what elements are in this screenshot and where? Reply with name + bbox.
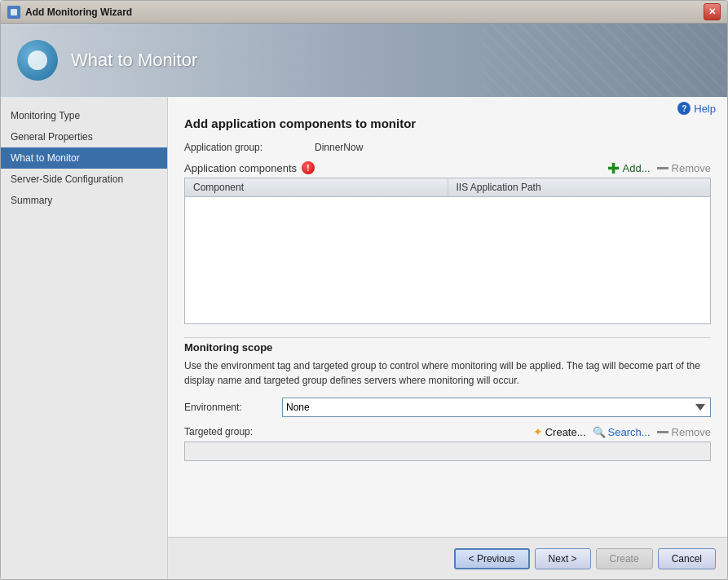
create-label: Create... [545, 426, 586, 438]
sidebar: Monitoring Type General Properties What … [1, 97, 168, 579]
help-icon: ? [677, 102, 690, 115]
header-title: What to Monitor [71, 50, 197, 71]
remove-label: Remove [672, 162, 711, 174]
svg-rect-0 [11, 9, 17, 15]
window-icon [7, 6, 20, 19]
add-label: Add... [623, 162, 651, 174]
sidebar-item-general-properties[interactable]: General Properties [1, 126, 167, 147]
content-body: Add application components to monitor Ap… [168, 116, 727, 537]
environment-label: Environment: [184, 402, 282, 413]
previous-button[interactable]: < Previous [454, 548, 530, 569]
col-component: Component [185, 178, 448, 196]
create-button[interactable]: ✦ Create... [533, 425, 586, 438]
monitoring-scope-section: Monitoring scope Use the environment tag… [184, 337, 711, 461]
main-window: Add Monitoring Wizard ✕ What to Monitor … [0, 0, 728, 580]
targeted-actions: ✦ Create... 🔍 Search... Remove [533, 425, 711, 438]
app-group-row: Application group: DinnerNow [184, 142, 711, 153]
remove-targeted-icon [657, 431, 668, 433]
components-header: Application components ! ✚ Add... Remove [184, 161, 711, 174]
error-icon: ! [302, 161, 315, 174]
components-label: Application components ! [184, 161, 315, 174]
sidebar-item-server-side-config[interactable]: Server-Side Configuration [1, 169, 167, 190]
close-button[interactable]: ✕ [704, 3, 721, 20]
scope-title: Monitoring scope [184, 341, 711, 354]
remove-targeted-button[interactable]: Remove [657, 426, 711, 438]
scope-description: Use the environment tag and targeted gro… [184, 358, 711, 388]
components-actions: ✚ Add... Remove [607, 161, 711, 174]
title-bar: Add Monitoring Wizard ✕ [1, 1, 727, 24]
search-icon: 🔍 [593, 426, 606, 438]
cancel-button[interactable]: Cancel [658, 548, 716, 569]
components-label-text: Application components [184, 162, 297, 174]
content-area: ? Help Add application components to mon… [168, 97, 727, 579]
table-header: Component IIS Application Path [185, 178, 710, 197]
header-banner: What to Monitor [1, 24, 727, 97]
app-group-label: Application group: [184, 142, 315, 153]
help-bar: ? Help [168, 97, 727, 116]
add-button[interactable]: ✚ Add... [607, 161, 651, 174]
components-table: Component IIS Application Path [184, 178, 711, 324]
footer-bar: < Previous Next > Create Cancel [168, 537, 727, 579]
sidebar-item-monitoring-type[interactable]: Monitoring Type [1, 105, 167, 126]
help-link[interactable]: ? Help [677, 102, 716, 115]
header-icon [17, 40, 58, 81]
targeted-group-row: Targeted group: ✦ Create... 🔍 Search... [184, 425, 711, 438]
next-button[interactable]: Next > [535, 548, 591, 569]
scope-divider [184, 337, 711, 338]
add-icon: ✚ [607, 161, 620, 174]
targeted-group-label: Targeted group: [184, 426, 253, 437]
environment-row: Environment: None Production Staging Dev… [184, 398, 711, 417]
search-label: Search... [608, 426, 651, 438]
create-wizard-button[interactable]: Create [596, 548, 653, 569]
sidebar-item-summary[interactable]: Summary [1, 190, 167, 211]
help-label: Help [694, 103, 716, 115]
environment-select[interactable]: None Production Staging Development Test [282, 398, 711, 417]
remove-icon [657, 167, 668, 169]
targeted-group-input [184, 442, 711, 461]
header-bg-pattern [483, 24, 727, 97]
remove-components-button[interactable]: Remove [657, 162, 711, 174]
search-button[interactable]: 🔍 Search... [593, 426, 651, 438]
sidebar-item-what-to-monitor[interactable]: What to Monitor [1, 147, 167, 169]
col-iis-path: IIS Application Path [448, 178, 711, 196]
remove-targeted-label: Remove [672, 426, 711, 438]
app-group-value: DinnerNow [315, 142, 363, 153]
main-content: Monitoring Type General Properties What … [1, 97, 727, 579]
section-title: Add application components to monitor [184, 116, 711, 130]
header-icon-inner [28, 51, 47, 70]
window-title: Add Monitoring Wizard [25, 7, 704, 18]
create-icon: ✦ [533, 425, 543, 438]
